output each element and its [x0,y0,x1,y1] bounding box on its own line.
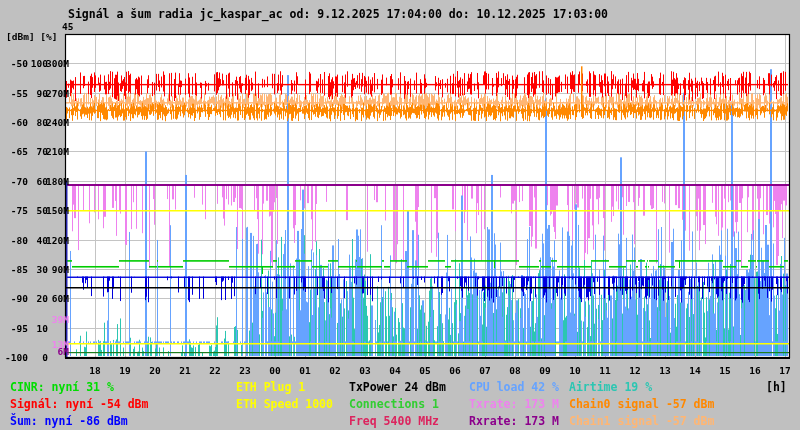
y-axis-units-label: [dBm] [%] [6,31,57,42]
y-axis-tick-label: 120M [25,235,69,246]
x-axis-tick-label: 14 [682,365,708,376]
x-axis-tick-label: 23 [232,365,258,376]
x-axis-tick-label: 08 [502,365,528,376]
y-axis-tick-label: 150M [25,205,69,216]
y-axis-tick-label: 180M [25,176,69,187]
x-axis-tick-label: 04 [382,365,408,376]
x-axis-tick-label: 12 [622,365,648,376]
x-axis-tick-label: 17 [772,365,798,376]
x-axis-tick-label: 16 [742,365,768,376]
rate-marker-6m: 6M [35,346,69,357]
x-axis-tick-label: 01 [292,365,318,376]
x-axis-tick-label: 22 [202,365,228,376]
y-axis-tick-label: 210M [25,146,69,157]
legend-eth-plug: ETH Plug 1 [236,380,305,394]
legend-connections: Connections 1 [349,397,439,411]
x-axis-tick-label: 00 [262,365,288,376]
x-axis-unit-label: [h] [766,380,787,394]
x-axis-tick-label: 11 [592,365,618,376]
x-axis-tick-label: 10 [562,365,588,376]
rate-marker-39m: 39M [35,314,69,325]
x-axis-tick-label: 02 [322,365,348,376]
legend-chain0: Chain0 signal -57 dBm [569,397,714,411]
x-axis-tick-label: 07 [472,365,498,376]
legend-freq: Freq 5400 MHz [349,414,439,428]
legend-eth-speed: ETH Speed 1000 [236,397,333,411]
y-axis-tick-label: 90M [25,264,69,275]
x-axis-tick-label: 09 [532,365,558,376]
x-axis-tick-label: 19 [112,365,138,376]
x-axis-tick-label: 05 [412,365,438,376]
legend-rxrate: Rxrate: 173 M [469,414,559,428]
y-axis-tick-label: 60M [25,293,69,304]
y-axis-tick-label: 240M [25,117,69,128]
legend-chain1: Chain1 signal -57 dBm [569,414,714,428]
chart-title: Signál a šum radia jc_kaspar_ac od: 9.12… [68,7,608,21]
y-axis-tick-label: 300M [25,58,69,69]
legend-txrate: Txrate: 173 M [469,397,559,411]
y-axis-top-label: 45 [62,21,73,32]
legend-airtime: Airtime 19 % [569,380,652,394]
x-axis-tick-label: 21 [172,365,198,376]
radio-signal-graph: Signál a šum radia jc_kaspar_ac od: 9.12… [0,0,800,430]
x-axis-tick-label: 03 [352,365,378,376]
x-axis-tick-label: 15 [712,365,738,376]
legend-noise: Šum: nyní -86 dBm [10,414,128,428]
legend-signal: Signál: nyní -54 dBm [10,397,148,411]
legend-cinr: CINR: nyní 31 % [10,380,114,394]
x-axis-tick-label: 20 [142,365,168,376]
legend-cpu-load: CPU load 42 % [469,380,559,394]
legend-txpower: TxPower 24 dBm [349,380,446,394]
y-axis-tick-label: 270M [25,88,69,99]
x-axis-tick-label: 06 [442,365,468,376]
x-axis-tick-label: 18 [82,365,108,376]
x-axis-tick-label: 13 [652,365,678,376]
